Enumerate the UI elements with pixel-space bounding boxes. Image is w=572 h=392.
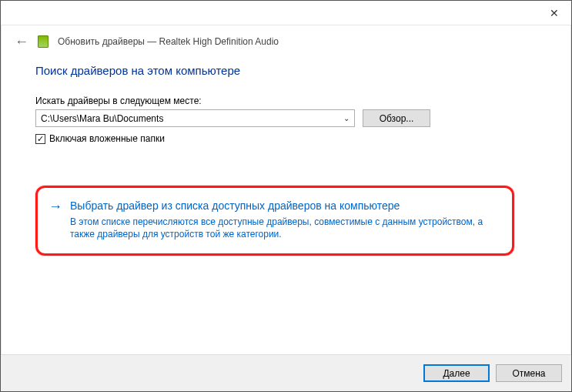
dialog-footer: Далее Отмена [1, 354, 571, 391]
include-subfolders-row: ✓ Включая вложенные папки [35, 133, 537, 144]
device-icon [38, 35, 49, 48]
titlebar: ✕ [1, 1, 571, 25]
chevron-down-icon: ⌄ [343, 114, 350, 122]
back-arrow-icon[interactable]: ← [15, 35, 28, 49]
dialog-window: ✕ ← Обновить драйверы — Realtek High Def… [0, 0, 572, 392]
arrow-right-icon: → [49, 199, 62, 241]
path-combobox[interactable]: C:\Users\Mara Bu\Documents ⌄ [35, 109, 355, 127]
breadcrumb-text: Обновить драйверы — Realtek High Definit… [58, 36, 279, 47]
search-path-label: Искать драйверы в следующем месте: [35, 95, 537, 106]
breadcrumb-row: ← Обновить драйверы — Realtek High Defin… [1, 25, 571, 55]
cancel-button[interactable]: Отмена [496, 364, 562, 382]
option-description: В этом списке перечисляются все доступны… [70, 216, 498, 240]
next-button[interactable]: Далее [423, 364, 490, 382]
content-area: Поиск драйверов на этом компьютере Искат… [1, 55, 571, 354]
close-button[interactable]: ✕ [537, 1, 571, 25]
path-value: C:\Users\Mara Bu\Documents [41, 113, 163, 124]
browse-button[interactable]: Обзор... [363, 109, 430, 127]
option-text: Выбрать драйвер из списка доступных драй… [70, 199, 498, 241]
option-title: Выбрать драйвер из списка доступных драй… [70, 199, 498, 213]
path-row: C:\Users\Mara Bu\Documents ⌄ Обзор... [35, 109, 537, 127]
pick-from-list-option[interactable]: → Выбрать драйвер из списка доступных др… [35, 186, 514, 256]
check-icon: ✓ [37, 135, 44, 143]
include-subfolders-label: Включая вложенные папки [49, 133, 165, 144]
close-icon: ✕ [550, 7, 559, 19]
include-subfolders-checkbox[interactable]: ✓ [35, 134, 45, 144]
page-heading: Поиск драйверов на этом компьютере [35, 64, 537, 77]
